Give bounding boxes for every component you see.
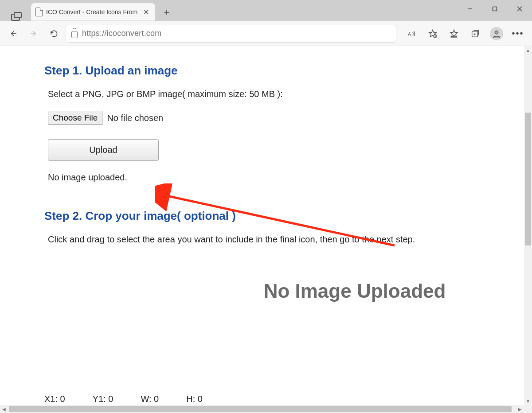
h-value: 0 — [198, 394, 203, 404]
step2-heading: Step 2. Crop your image( optional ) — [44, 209, 532, 223]
page-viewport: Step 1. Upload an image Select a PNG, JP… — [0, 46, 532, 405]
close-tab-button[interactable]: ✕ — [141, 7, 151, 17]
page-content: Step 1. Upload an image Select a PNG, JP… — [0, 46, 532, 302]
crop-coordinates: X1: 0 Y1: 0 W: 0 H: 0 — [44, 394, 203, 404]
scrollbar-corner — [524, 405, 532, 413]
maximize-button[interactable] — [482, 0, 507, 18]
step1-description: Select a PNG, JPG or BMP image( maximum … — [48, 89, 532, 99]
x1-value: 0 — [60, 394, 65, 404]
scroll-up-button[interactable]: ▲ — [524, 46, 532, 54]
lock-icon — [71, 31, 78, 38]
svg-marker-11 — [450, 30, 458, 37]
svg-point-17 — [495, 31, 498, 34]
profile-button[interactable] — [487, 25, 506, 43]
horizontal-scroll-thumb[interactable] — [9, 406, 512, 412]
settings-menu-button[interactable]: ••• — [508, 25, 528, 43]
w-value: 0 — [154, 394, 159, 404]
y1-label: Y1: — [93, 394, 106, 404]
browser-titlebar: ICO Convert - Create Icons From ✕ ＋ — [0, 0, 532, 21]
collections-button[interactable] — [466, 25, 485, 43]
close-window-button[interactable] — [507, 0, 532, 18]
favorites-button[interactable] — [444, 25, 464, 43]
upload-button[interactable]: Upload — [48, 139, 159, 161]
svg-rect-1 — [493, 7, 497, 11]
tab-title: ICO Convert - Create Icons From — [46, 8, 138, 16]
step2-description: Click and drag to select the area you wa… — [48, 234, 532, 245]
ellipsis-icon: ••• — [512, 28, 524, 39]
file-status: No file chosen — [107, 113, 163, 123]
svg-text:A: A — [408, 31, 411, 36]
no-image-placeholder: No Image Uploaded — [213, 280, 497, 302]
vertical-scrollbar[interactable]: ▲ ▼ — [524, 46, 532, 405]
h-label: H: — [186, 394, 195, 404]
minimize-button[interactable] — [458, 0, 482, 18]
add-favorite-button[interactable] — [423, 25, 442, 43]
refresh-button[interactable] — [45, 25, 63, 43]
horizontal-scrollbar[interactable]: ◀ ▶ — [0, 405, 524, 413]
browser-tab[interactable]: ICO Convert - Create Icons From ✕ — [31, 3, 155, 21]
url-text: https://icoconvert.com — [82, 29, 161, 38]
scroll-down-button[interactable]: ▼ — [524, 397, 532, 405]
vertical-scroll-thumb[interactable] — [525, 113, 531, 245]
address-bar[interactable]: https://icoconvert.com — [66, 25, 396, 43]
upload-status: No image uploaded. — [48, 172, 532, 183]
y1-value: 0 — [108, 394, 113, 404]
step1-heading: Step 1. Upload an image — [44, 64, 532, 78]
tab-actions-button[interactable] — [0, 14, 31, 21]
read-aloud-button[interactable]: A — [402, 25, 421, 43]
w-label: W: — [141, 394, 151, 404]
scroll-left-button[interactable]: ◀ — [0, 405, 8, 413]
new-tab-button[interactable]: ＋ — [158, 3, 176, 21]
window-controls — [458, 0, 532, 18]
scroll-right-button[interactable]: ▶ — [516, 405, 524, 413]
forward-button[interactable] — [25, 25, 43, 43]
back-button[interactable] — [4, 25, 22, 43]
tab-stack-icon — [11, 14, 20, 21]
choose-file-button[interactable]: Choose File — [48, 111, 102, 125]
browser-toolbar: https://icoconvert.com A ••• — [0, 21, 532, 46]
x1-label: X1: — [44, 394, 58, 404]
page-icon — [35, 8, 43, 16]
avatar-icon — [490, 27, 503, 40]
